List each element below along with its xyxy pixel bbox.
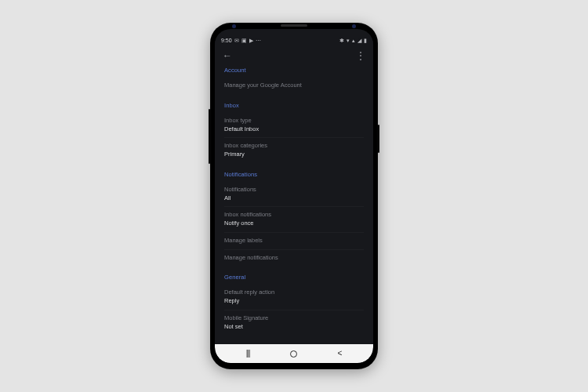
row-title: Manage labels [224,237,364,245]
overflow-menu-button[interactable]: ⋮ [356,51,365,60]
row-title: Manage notifications [224,254,364,262]
battery-icon: ▮ [364,38,367,43]
row-default-reply-action[interactable]: Default reply action Reply [224,285,364,310]
row-value: Reply [224,297,364,305]
signal-icon: ◢ [358,38,361,43]
app-bar: ← ⋮ [215,46,373,65]
nav-back-button[interactable]: < [337,350,342,358]
section-header-general: General [224,274,364,281]
row-mobile-signature[interactable]: Mobile Signature Not set [224,310,364,336]
section-header-inbox: Inbox [224,102,364,109]
nav-recent-button[interactable]: ||| [246,350,250,358]
status-bar-left: 9:50 ✉ ▣ ▶ ⋯ [221,38,261,43]
section-header-account: Account [224,67,364,74]
back-button[interactable]: ← [223,51,232,60]
row-value: Primary [224,151,364,158]
app-icon: ▣ [241,38,247,43]
row-inbox-type[interactable]: Inbox type Default Inbox [224,113,364,139]
row-title: Default reply action [224,289,364,296]
nav-home-button[interactable] [290,350,297,358]
status-time: 9:50 [221,38,232,43]
sensor-right [352,24,356,28]
bluetooth-icon: ✱ [339,38,344,43]
settings-list[interactable]: Account Manage your Google Account Inbox… [215,65,373,344]
row-value: Default Inbox [224,125,364,133]
row-title: Mobile Signature [224,314,364,322]
row-title: Inbox categories [224,142,364,150]
row-title: Inbox type [224,117,364,125]
navigation-bar: ||| < [215,344,373,363]
row-value: Notify once [224,220,364,227]
row-title: Inbox notifications [224,211,364,219]
earpiece [281,24,307,27]
status-bar: 9:50 ✉ ▣ ▶ ⋯ ✱ ▾ ▴ ◢ ▮ [215,34,373,46]
mail-icon: ✉ [234,38,239,43]
play-icon: ▶ [249,38,253,43]
status-bar-right: ✱ ▾ ▴ ◢ ▮ [339,38,367,43]
row-manage-notifications[interactable]: Manage notifications [224,250,364,267]
wifi-icon: ▾ [347,38,350,43]
data-icon: ▴ [352,38,355,43]
row-value: All [224,194,364,202]
row-title: Notifications [224,186,364,194]
row-value: Not set [224,323,364,331]
row-title: Manage your Google Account [224,82,364,89]
section-header-notifications: Notifications [224,171,364,178]
row-manage-google-account[interactable]: Manage your Google Account [224,78,364,94]
sensor-left [232,24,236,28]
row-inbox-categories[interactable]: Inbox categories Primary [224,138,364,163]
more-notifications-icon: ⋯ [256,38,261,43]
row-notifications[interactable]: Notifications All [224,182,364,208]
screen: 9:50 ✉ ▣ ▶ ⋯ ✱ ▾ ▴ ◢ ▮ ← ⋮ Account Manag… [215,29,373,363]
row-manage-labels[interactable]: Manage labels [224,233,364,250]
phone-frame: 9:50 ✉ ▣ ▶ ⋯ ✱ ▾ ▴ ◢ ▮ ← ⋮ Account Manag… [210,23,378,369]
row-inbox-notifications[interactable]: Inbox notifications Notify once [224,207,364,233]
